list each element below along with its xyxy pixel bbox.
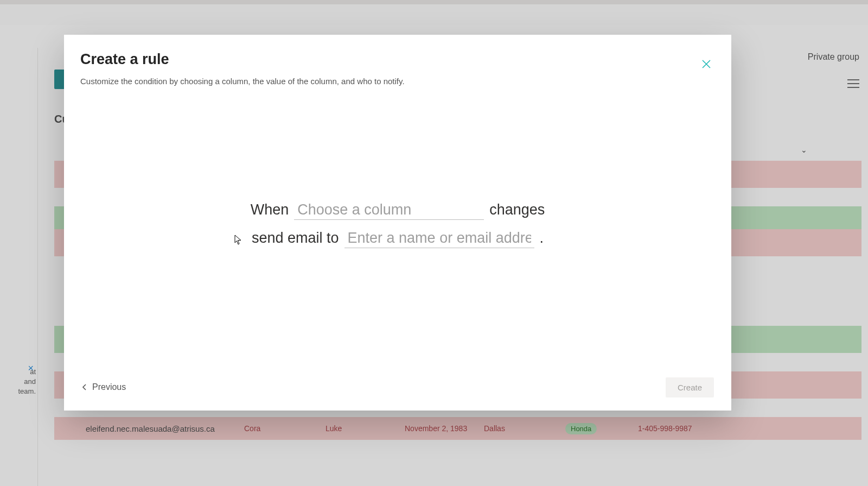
modal-subtitle: Customize the condition by choosing a co… [80,77,712,86]
create-rule-modal: Create a rule Customize the condition by… [64,35,731,411]
close-button[interactable] [698,55,715,73]
close-icon [702,60,711,68]
create-button[interactable]: Create [666,377,714,397]
modal-footer: Previous Create [64,364,731,411]
previous-button[interactable]: Previous [81,382,126,392]
previous-label: Previous [92,382,126,392]
rule-action-line: send email to . [252,230,544,248]
text-send-email: send email to [252,230,339,247]
modal-title: Create a rule [80,51,712,68]
recipient-input[interactable] [344,230,534,248]
column-picker[interactable] [294,201,484,220]
chevron-left-icon [81,384,88,390]
text-when: When [251,201,289,218]
text-period: . [540,230,544,247]
modal-header: Create a rule Customize the condition by… [64,35,731,86]
modal-body: When changes send email to . [64,86,731,364]
rule-condition-line: When changes [251,201,545,220]
text-changes: changes [489,201,545,218]
